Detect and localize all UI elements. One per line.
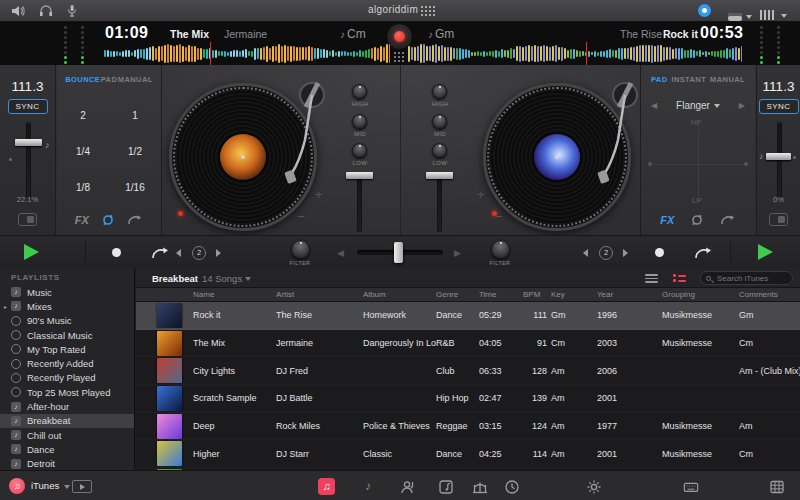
deck-b-pitch-slider[interactable] — [778, 123, 781, 197]
cell-artist: The Rise — [276, 310, 363, 320]
tab-instant[interactable]: INSTANT — [671, 75, 706, 84]
deck-b-eq-high-knob[interactable] — [432, 84, 447, 99]
table-row-higher[interactable]: HigherDJ StarrClassicDance04:25114Am2001… — [136, 440, 800, 468]
itunes-source-icon[interactable]: ♫ — [9, 478, 25, 494]
deck-b-beatjump-fwd[interactable] — [623, 249, 628, 257]
deck-a-volume-fader[interactable] — [358, 173, 361, 231]
headphones-icon[interactable] — [38, 4, 54, 18]
mic-icon[interactable] — [64, 4, 80, 18]
table-row-rock-it[interactable]: Rock itThe RiseHomeworkDance05:29111Gm19… — [136, 302, 800, 330]
media-library-icon[interactable]: ♫ — [318, 478, 335, 495]
deck-a-pitch-bend-plus[interactable]: + — [315, 187, 323, 202]
column-header-grouping[interactable]: Grouping — [662, 288, 739, 301]
column-header-year[interactable]: Year — [597, 288, 662, 301]
deck-b-volume-handle[interactable] — [426, 172, 453, 179]
deck-b-pitch-bend-plus[interactable]: + — [477, 187, 485, 202]
deck-b-bounce-button[interactable] — [693, 246, 713, 260]
deck-b-beatjump-back[interactable] — [583, 249, 588, 257]
sidebar-item-detroit[interactable]: ♪Detroit — [0, 457, 135, 470]
deck-b-fx-button[interactable]: FX — [660, 214, 674, 226]
sidebar-item-mixes[interactable]: ▸♪Mixes — [0, 299, 135, 313]
list-view-icon[interactable] — [645, 274, 658, 283]
songs-icon[interactable]: ♪ — [360, 479, 376, 495]
deck-a-beatjump-fwd[interactable] — [216, 249, 221, 257]
table-row-deep[interactable]: DeepRock MilesPolice & ThievesReggae03:1… — [136, 413, 800, 441]
column-header-time[interactable]: Time — [479, 288, 523, 301]
next-effect-arrow[interactable]: ▶ — [739, 101, 745, 110]
deck-b-filter-knob[interactable] — [491, 240, 510, 259]
deck-a-waveform[interactable] — [104, 43, 390, 64]
crossfader-left-arrow[interactable]: ◀ — [337, 248, 344, 258]
deck-b-waveform[interactable] — [408, 43, 742, 64]
tab-manual[interactable]: MANUAL — [710, 75, 745, 84]
history-icon[interactable] — [504, 479, 520, 495]
bounce-loop-icon[interactable] — [720, 214, 736, 226]
table-row-city-lights[interactable]: City LightsDJ FredClub06:33128Am2006Am -… — [136, 357, 800, 385]
sidebar-item-top-25-most-played[interactable]: Top 25 Most Played — [0, 385, 135, 399]
sidebar-item-recently-played[interactable]: Recently Played — [0, 371, 135, 385]
volume-icon[interactable] — [10, 4, 26, 18]
column-header-comments[interactable]: Comments — [739, 288, 800, 301]
disclosure-triangle-icon[interactable]: ▸ — [4, 303, 11, 310]
queue-view-icon[interactable] — [673, 274, 686, 283]
sidebar-item-recently-added[interactable]: Recently Added — [0, 356, 135, 370]
beat-grid-icon[interactable] — [394, 52, 396, 54]
table-row-the-mix[interactable]: The MixJermaineDangerously In LoveR&B04:… — [136, 330, 800, 358]
deck-b-pitch-handle[interactable] — [766, 153, 791, 160]
deck-a-eq-high-knob[interactable] — [352, 84, 367, 99]
deck-b-keylock-icon[interactable] — [769, 213, 788, 226]
sidebar-item-breakbeat[interactable]: ♪Breakbeat — [0, 414, 135, 428]
sidebar-item-music[interactable]: ♪Music — [0, 285, 135, 299]
sidebar-item-my-top-rated[interactable]: My Top Rated — [0, 342, 135, 356]
deck-a-bounce-button[interactable] — [150, 246, 170, 260]
deck-a-play-button[interactable] — [24, 244, 39, 260]
keyboard-icon[interactable] — [683, 479, 699, 495]
loop-icon[interactable] — [689, 213, 705, 227]
column-header-bpm[interactable]: BPM — [523, 288, 551, 301]
playlist-song-count[interactable]: 14 Songs — [202, 273, 251, 284]
column-header-name[interactable]: Name — [193, 288, 276, 301]
deck-b-eq-mid-knob[interactable] — [432, 114, 447, 129]
deck-b-beatjump-value[interactable]: 2 — [599, 246, 613, 260]
deck-a-filter-knob[interactable] — [291, 240, 310, 259]
deck-b-pitch-bend-minus[interactable]: − — [495, 209, 503, 224]
xy-pad-hline[interactable] — [651, 164, 746, 165]
deck-a-pitch-bend-minus[interactable]: − — [297, 209, 305, 224]
deck-a-beatjump-value[interactable]: 2 — [192, 246, 206, 260]
sidebar-item-after-hour[interactable]: ♪After-hour — [0, 399, 135, 413]
audio-fx-icon[interactable] — [472, 479, 488, 495]
artists-icon[interactable] — [400, 479, 416, 495]
sidebar-item-dance[interactable]: ♪Dance — [0, 442, 135, 456]
tab-pad[interactable]: PAD — [651, 75, 667, 84]
sidebar-item-classical-music[interactable]: Classical Music — [0, 328, 135, 342]
column-header-album[interactable]: Album — [363, 288, 436, 301]
sidebar-item-chill-out[interactable]: ♪Chill out — [0, 428, 135, 442]
crossfader-right-arrow[interactable]: ▶ — [454, 248, 461, 258]
grid-view-icon[interactable] — [769, 479, 785, 495]
brightness-icon[interactable] — [586, 479, 602, 495]
deck-a-eq-mid-knob[interactable] — [352, 114, 367, 129]
deck-b-cue-button[interactable] — [655, 248, 664, 257]
crossfader-handle[interactable] — [394, 242, 403, 263]
deck-a-cue-button[interactable] — [112, 248, 121, 257]
blue-status-icon[interactable] — [698, 4, 711, 17]
deck-b-eq-low-knob[interactable] — [432, 143, 447, 158]
automix-icon[interactable] — [72, 480, 92, 493]
deck-a-track-artist: Jermaine — [224, 28, 267, 40]
deck-b-play-button[interactable] — [758, 244, 773, 260]
column-header-key[interactable]: Key — [551, 288, 597, 301]
deck-a-beatjump-back[interactable] — [176, 249, 181, 257]
deck-b-volume-fader[interactable] — [438, 173, 441, 231]
cell-comments: Gm — [739, 310, 800, 320]
deck-a-eq-low-knob[interactable] — [352, 143, 367, 158]
deck-b-sync-button[interactable]: SYNC — [759, 99, 799, 114]
table-row-scratch-sample[interactable]: Scratch SampleDJ BattleHip Hop02:47139Am… — [136, 385, 800, 413]
source-label[interactable]: iTunes — [31, 480, 59, 491]
column-header-artist[interactable]: Artist — [276, 288, 363, 301]
search-input[interactable] — [715, 272, 791, 284]
albums-icon[interactable] — [438, 479, 454, 495]
column-header-genre[interactable]: Genre — [436, 288, 479, 301]
deck-a-volume-handle[interactable] — [346, 172, 373, 179]
sidebar-item-90-s-music[interactable]: 90's Music — [0, 314, 135, 328]
source-caret-icon[interactable] — [64, 485, 70, 489]
